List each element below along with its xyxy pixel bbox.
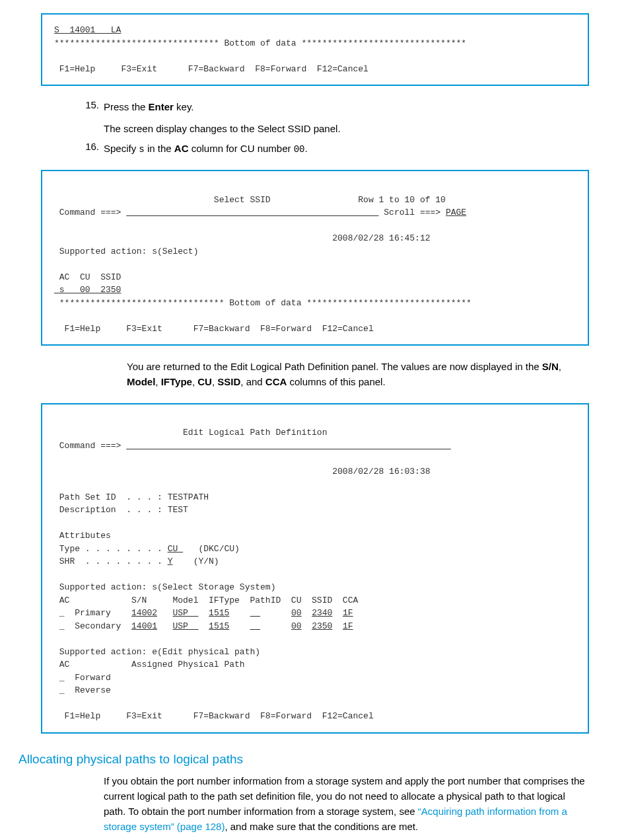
t3-type-b: (DKC/CU)	[183, 544, 240, 554]
t3-type-a: Type . . . . . . . .	[54, 544, 168, 554]
t3-p1: Path Set ID . . . : TESTPATH	[54, 492, 209, 502]
step-number: 15.	[79, 99, 99, 110]
t3-sec-md: USP	[172, 621, 198, 631]
sp	[302, 621, 312, 631]
term1-fkeys: F1=Help F3=Exit F7=Backward F8=Forward F…	[54, 64, 368, 74]
terminal-panel-3: Edit Logical Path Definition Command ===…	[41, 403, 589, 734]
t3-shr-b: (Y/N)	[172, 556, 219, 566]
t3-pri-if: 1515	[209, 608, 229, 618]
t2-ts: 2008/02/28 16:45:12	[54, 233, 431, 243]
n2-b2: Model	[127, 376, 155, 387]
narrative-returned: You are returned to the Edit Logical Pat…	[127, 359, 589, 390]
step16-text-c: column for CU number	[188, 143, 293, 154]
n2-b5: SSID	[217, 376, 240, 387]
n2-c2: ,	[155, 376, 160, 387]
term1-row: S 14001 LA	[54, 25, 121, 35]
section-p1: If you obtain the port number informatio…	[104, 773, 589, 835]
step16-mono2: 00	[294, 144, 305, 155]
t3-sec-pi	[250, 621, 261, 631]
n2-b1: S/N	[542, 361, 559, 372]
step16-mono1: s	[139, 144, 144, 155]
t3-sec-a: _ Secondary	[54, 621, 131, 631]
step16-text-a: Specify	[104, 143, 139, 154]
sp	[157, 621, 172, 631]
step16-bold: AC	[174, 143, 189, 154]
step15-sub: The screen display changes to the Select…	[104, 121, 589, 136]
sp	[229, 621, 250, 631]
step15-bold: Enter	[149, 101, 174, 112]
t2-fkeys: F1=Help F3=Exit F7=Backward F8=Forward F…	[54, 324, 374, 334]
terminal-panel-2: Select SSID Row 1 to 10 of 10 Command ==…	[41, 170, 589, 346]
t3-type-v: CU	[168, 544, 183, 554]
sp	[302, 608, 312, 618]
t3-fkeys: F1=Help F3=Exit F7=Backward F8=Forward F…	[54, 711, 374, 721]
p1-b: , and make sure that the conditions are …	[225, 821, 418, 832]
step16-text-d: .	[305, 143, 308, 154]
term1-bottom: ******************************** Bottom …	[54, 38, 466, 48]
t2-row: s 00 2350	[54, 285, 121, 295]
step-15: 15. Press the Enter key. The screen disp…	[104, 99, 589, 137]
t3-pri-cc: 1F	[343, 608, 353, 618]
n2-c6: columns of this panel.	[287, 376, 385, 387]
t3-supp2: Supported action: e(Edit physical path)	[54, 647, 260, 657]
t3-rev: _ Reverse	[54, 685, 111, 695]
t3-pri-ss: 2340	[312, 608, 332, 618]
t3-sec-ss: 2350	[312, 621, 332, 631]
t2-scroll-a: Scroll ===>	[378, 208, 445, 217]
n2-c3: ,	[192, 376, 197, 387]
t2-scroll-v: PAGE	[446, 208, 466, 217]
t3-attr: Attributes	[54, 531, 111, 541]
t3-pri-sn: 14002	[131, 608, 157, 618]
t3-ts: 2008/02/28 16:03:38	[54, 467, 431, 477]
sp	[332, 608, 343, 618]
t3-pri-pi	[250, 608, 261, 618]
sp	[229, 608, 250, 618]
t3-cmd-blank	[126, 441, 450, 451]
t3-cmd-a: Command ===>	[54, 441, 126, 451]
sp	[198, 608, 209, 618]
t3-pri-md: USP	[172, 608, 198, 618]
step-number: 16.	[79, 141, 99, 152]
terminal-panel-1: S 14001 LA *****************************…	[41, 13, 589, 86]
sp	[198, 621, 209, 631]
sp	[332, 621, 343, 631]
t2-bottom: ******************************** Bottom …	[54, 298, 472, 308]
n2-c5: , and	[240, 376, 265, 387]
sp	[260, 621, 291, 631]
sp	[157, 608, 172, 618]
n2-b3: IFType	[161, 376, 192, 387]
t2-title: Select SSID Row 1 to 10 of 10	[54, 195, 446, 205]
t3-p2: Description . . . : TEST	[54, 505, 188, 515]
t2-supp: Supported action: s(Select)	[54, 247, 198, 256]
step15-text-a: Press the	[104, 101, 149, 112]
t3-shr-a: SHR . . . . . . . .	[54, 556, 168, 566]
t3-sec-sn: 14001	[131, 621, 157, 631]
t2-cmd-a: Command ===>	[54, 208, 126, 217]
step-16: 16. Specify s in the AC column for CU nu…	[104, 141, 589, 157]
n2-a: You are returned to the Edit Logical Pat…	[127, 361, 542, 372]
t3-supp1: Supported action: s(Select Storage Syste…	[54, 582, 275, 592]
step15-text-b: key.	[174, 101, 194, 112]
t3-sec-cu: 00	[291, 621, 302, 631]
t2-cmd-blank	[126, 208, 378, 217]
n2-b4: CU	[197, 376, 212, 387]
t3-sec-cc: 1F	[343, 621, 353, 631]
t3-pri-a: _ Primary	[54, 608, 131, 618]
sp	[260, 608, 291, 618]
t3-title: Edit Logical Path Definition	[54, 428, 327, 438]
step16-text-b: in the	[145, 143, 174, 154]
n2-c1: ,	[559, 361, 561, 372]
t3-sec-if: 1515	[209, 621, 229, 631]
t3-pri-cu: 00	[291, 608, 302, 618]
section-heading: Allocating physical paths to logical pat…	[18, 752, 589, 767]
t2-hdr: AC CU SSID	[54, 272, 121, 282]
t3-hdr: AC S/N Model IFType PathID CU SSID CCA	[54, 595, 358, 605]
t3-fwd: _ Forward	[54, 673, 111, 683]
t3-phdr: AC Assigned Physical Path	[54, 660, 245, 669]
n2-b6: CCA	[265, 376, 287, 387]
